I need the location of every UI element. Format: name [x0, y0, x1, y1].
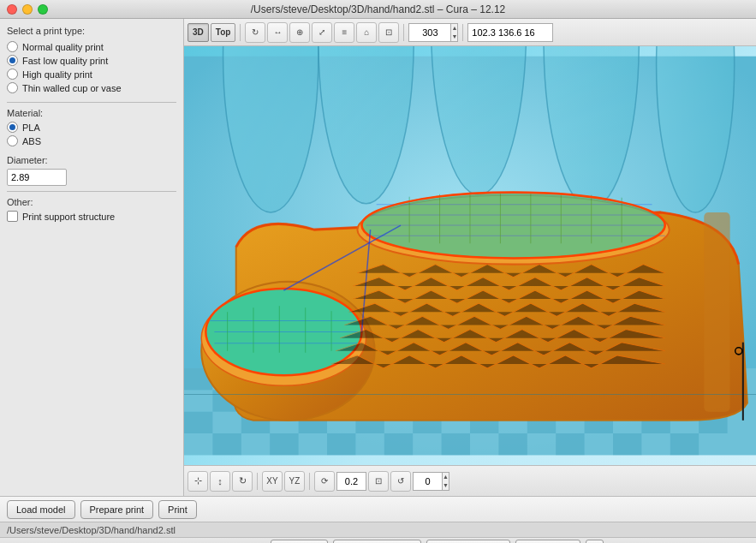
print-type-normal[interactable]: Normal quality print	[7, 41, 176, 52]
diameter-label: Diameter:	[7, 155, 176, 165]
view-bottom-toolbar: ⊹ ↕ ↻ XY YZ ⟳ ⊡ ↺	[184, 465, 756, 496]
svg-rect-37	[556, 433, 584, 455]
window-title: /Users/steve/Desktop/3D/hand/hand2.stl –…	[251, 3, 506, 15]
show-log-button[interactable]: Show Log	[271, 540, 328, 543]
rotate-view-button[interactable]: ↻	[232, 471, 253, 492]
print-button[interactable]: Print	[158, 500, 197, 519]
radio-high[interactable]	[7, 69, 18, 80]
prepare-print-button[interactable]: Prepare print	[80, 500, 154, 519]
move-y-icon: ↕	[217, 476, 223, 486]
material-pla[interactable]: PLA	[7, 122, 176, 133]
xy-plane-button[interactable]: XY	[262, 471, 283, 492]
filepath-text: /Users/steve/Desktop/3D/hand/hand2.stl	[7, 525, 176, 535]
move-xy-icon: ⊹	[194, 475, 202, 486]
view-3d-button[interactable]: 3D	[188, 23, 209, 42]
svg-rect-74	[704, 212, 729, 412]
maximize-button[interactable]	[38, 4, 48, 15]
layer-num-input[interactable]	[413, 472, 443, 491]
reset-button[interactable]: ⌂	[356, 22, 377, 43]
sidebar: Select a print type: Normal quality prin…	[0, 19, 184, 496]
layer-thickness-spinner[interactable]	[336, 472, 366, 491]
coords-input[interactable]	[467, 23, 553, 42]
divider-2	[7, 191, 176, 192]
layer-thickness-input[interactable]	[336, 472, 366, 491]
reset-icon: ⌂	[364, 27, 369, 37]
abs-label: ABS	[22, 136, 41, 146]
layer-num-arrows[interactable]: ▲ ▼	[443, 472, 449, 491]
tb-bot-sep-2	[309, 473, 310, 490]
layer-spin-arrows[interactable]: ▲ ▼	[451, 23, 458, 42]
rotate-cw-button[interactable]: ↻	[245, 22, 265, 43]
material-label: Material:	[7, 108, 176, 118]
scale-icon: ⤢	[318, 27, 325, 37]
radio-normal[interactable]	[7, 41, 18, 52]
tb-sep-2	[403, 24, 404, 41]
mirror-h-button[interactable]: ↔	[267, 22, 288, 43]
move-y-button[interactable]: ↕	[210, 471, 230, 492]
3d-scene-svg	[184, 46, 756, 465]
move-button[interactable]: ⊕	[289, 22, 310, 43]
fit-icon: ⊡	[385, 27, 392, 37]
top-toolbar: 3D Top ↻ ↔ ⊕ ⤢ ≡ ⌂ ⊡	[184, 19, 756, 46]
print-type-thin[interactable]: Thin walled cup or vase	[7, 82, 176, 93]
layer-num-down[interactable]: ▼	[443, 481, 449, 490]
radio-pla[interactable]	[7, 122, 18, 133]
pla-label: PLA	[22, 122, 40, 133]
close-button[interactable]	[7, 4, 17, 15]
material-abs[interactable]: ABS	[7, 135, 176, 146]
svg-rect-31	[212, 433, 241, 455]
checkbox-support[interactable]	[7, 211, 18, 222]
print-type-group: Normal quality print Fast low quality pr…	[7, 41, 176, 93]
fit-button[interactable]: ⊡	[378, 22, 399, 43]
main-layout: Select a print type: Normal quality prin…	[0, 19, 756, 496]
title-bar: /Users/steve/Desktop/3D/hand/hand2.stl –…	[0, 0, 756, 19]
zoom-fit-button[interactable]: ⊡	[368, 471, 389, 492]
layer-spin-up[interactable]: ▲	[451, 24, 457, 33]
3d-scene[interactable]	[184, 46, 756, 465]
radio-abs[interactable]	[7, 135, 18, 146]
reset-view-button[interactable]: ⟳	[314, 471, 335, 492]
svg-rect-39	[670, 433, 699, 455]
load-model-button[interactable]: Load model	[7, 500, 75, 519]
radio-thin[interactable]	[7, 82, 18, 93]
divider-1	[7, 102, 176, 103]
svg-rect-35	[442, 433, 470, 455]
tb-sep-1	[240, 24, 241, 41]
layer-num-spinner[interactable]: ▲ ▼	[413, 472, 449, 491]
status-bar: Ready: Filament: 17.86m 152.28g Print ti…	[0, 537, 756, 543]
radio-fast[interactable]	[7, 55, 18, 66]
print-type-fast[interactable]: Fast low quality print	[7, 55, 176, 66]
rotate-reset-button[interactable]: ↺	[390, 471, 411, 492]
viewport: 3D Top ↻ ↔ ⊕ ⤢ ≡ ⌂ ⊡	[184, 19, 756, 496]
layer-input[interactable]	[408, 23, 451, 42]
print-type-normal-label: Normal quality print	[22, 42, 104, 52]
mirror-h-icon: ↔	[273, 27, 282, 37]
close-status-button[interactable]: X	[586, 540, 604, 543]
layers-icon: ≡	[342, 27, 347, 37]
show-result-button[interactable]: Show result	[515, 540, 580, 543]
print-type-high[interactable]: High quality print	[7, 69, 176, 80]
rotate-view-icon: ↻	[239, 475, 247, 486]
minimize-button[interactable]	[22, 4, 33, 15]
rotate-reset-icon: ↺	[397, 476, 404, 486]
print-type-thin-label: Thin walled cup or vase	[22, 83, 122, 93]
move-xy-button[interactable]: ⊹	[188, 471, 208, 492]
view-top-button[interactable]: Top	[211, 23, 236, 42]
svg-rect-36	[498, 433, 527, 455]
layer-spinner[interactable]: ▲ ▼	[408, 23, 458, 42]
tb-sep-3	[462, 24, 463, 41]
layer-spin-down[interactable]: ▼	[451, 33, 457, 41]
layer-num-up[interactable]: ▲	[443, 473, 449, 481]
print-type-high-label: High quality print	[22, 69, 92, 80]
svg-rect-33	[327, 433, 355, 455]
copy-to-sdcard-button[interactable]: Copy to SDCard	[426, 540, 510, 543]
yz-plane-button[interactable]: YZ	[284, 471, 305, 492]
scale-button[interactable]: ⤢	[312, 22, 332, 43]
support-structure-checkbox[interactable]: Print support structure	[7, 211, 176, 222]
diameter-input[interactable]	[7, 169, 67, 186]
open-file-location-button[interactable]: Open file location	[333, 540, 421, 543]
layers-button[interactable]: ≡	[334, 22, 354, 43]
reset-view-icon: ⟳	[321, 476, 328, 486]
move-icon: ⊕	[296, 27, 303, 37]
svg-rect-32	[270, 433, 298, 455]
